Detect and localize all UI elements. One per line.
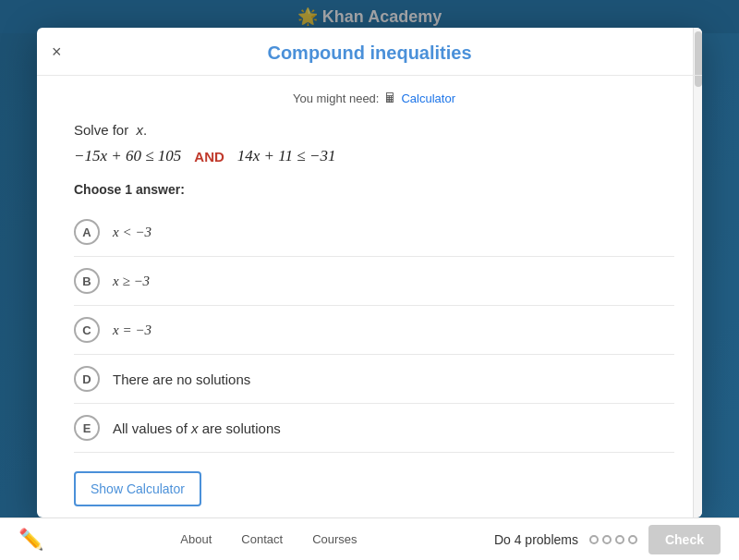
answer-text-e: All values of x are solutions xyxy=(113,420,281,436)
and-operator: AND xyxy=(194,149,224,164)
answer-list: A x < −3 B x ≥ −3 C x = −3 D There are n… xyxy=(74,208,674,453)
modal-dialog: × Compound inequalities You might need: … xyxy=(37,28,702,517)
about-link[interactable]: About xyxy=(180,532,212,546)
pencil-icon: ✏️ xyxy=(18,528,43,552)
answer-item-b[interactable]: B x ≥ −3 xyxy=(74,257,674,306)
answer-item-a[interactable]: A x < −3 xyxy=(74,208,674,257)
contact-link[interactable]: Contact xyxy=(241,532,283,546)
answer-item-c[interactable]: C x = −3 xyxy=(74,306,674,355)
inequality-right: 14x + 11 ≤ −31 xyxy=(237,147,336,165)
answer-item-d[interactable]: D There are no solutions xyxy=(74,355,674,404)
bottom-bar: ✏️ About Contact Courses Do 4 problems C… xyxy=(0,517,739,560)
inequality-left: −15x + 60 ≤ 105 xyxy=(74,147,181,165)
progress-dot-1 xyxy=(589,535,599,544)
answer-text-d: There are no solutions xyxy=(113,371,250,387)
answer-circle-d: D xyxy=(74,366,100,392)
calculator-icon: 🖩 xyxy=(383,91,396,105)
courses-link[interactable]: Courses xyxy=(312,532,357,546)
answer-text-a: x < −3 xyxy=(113,225,151,240)
answer-circle-a: A xyxy=(74,219,100,245)
modal-header: × Compound inequalities xyxy=(37,28,702,76)
bottom-bar-links: About Contact Courses xyxy=(180,532,357,546)
modal-area: × Compound inequalities You might need: … xyxy=(0,0,739,560)
modal-title: Compound inequalities xyxy=(55,43,684,64)
inequality-expression: −15x + 60 ≤ 105 AND 14x + 11 ≤ −31 xyxy=(74,147,674,165)
close-button[interactable]: × xyxy=(52,43,62,60)
progress-dot-2 xyxy=(602,535,612,544)
calculator-link[interactable]: Calculator xyxy=(401,91,455,105)
answer-text-c: x = −3 xyxy=(113,323,151,338)
answer-circle-b: B xyxy=(74,268,100,294)
answer-circle-c: C xyxy=(74,317,100,343)
choose-label: Choose 1 answer: xyxy=(74,182,674,197)
do-problems-label: Do 4 problems xyxy=(494,532,578,547)
modal-scrollbar[interactable] xyxy=(693,28,702,517)
progress-dot-4 xyxy=(628,535,637,544)
you-might-need-text: You might need: xyxy=(293,91,379,105)
answer-text-b: x ≥ −3 xyxy=(113,274,150,289)
you-might-need-section: You might need: 🖩 Calculator xyxy=(74,91,674,105)
progress-dots xyxy=(589,535,637,544)
modal-body: You might need: 🖩 Calculator Solve for x… xyxy=(37,76,702,517)
check-button[interactable]: Check xyxy=(648,525,721,554)
progress-dot-3 xyxy=(615,535,624,544)
answer-circle-e: E xyxy=(74,415,100,441)
do-problems-area: Do 4 problems Check xyxy=(494,525,721,554)
answer-item-e[interactable]: E All values of x are solutions xyxy=(74,404,674,453)
solve-instruction: Solve for x. xyxy=(74,122,674,138)
show-calculator-button[interactable]: Show Calculator xyxy=(74,471,201,506)
